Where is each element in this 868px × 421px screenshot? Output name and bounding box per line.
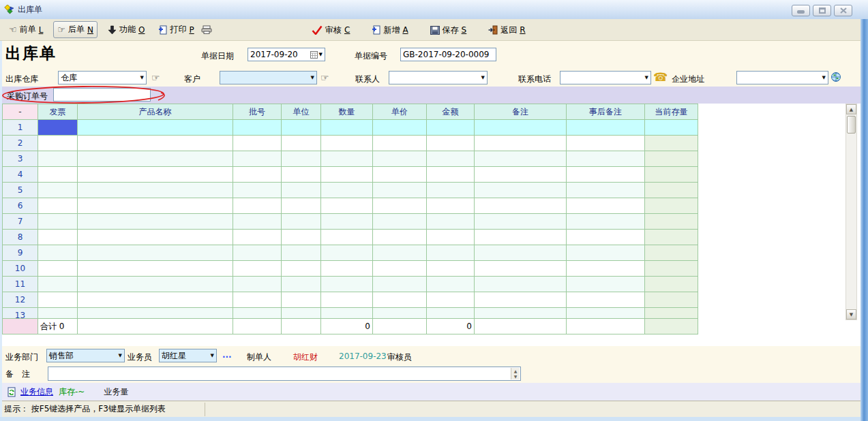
return-button[interactable]: 返回R — [485, 22, 528, 38]
grid-cell[interactable] — [645, 214, 698, 230]
grid-cell[interactable] — [38, 230, 78, 245]
grid-cell[interactable] — [233, 120, 282, 136]
grid-cell[interactable] — [38, 151, 78, 167]
grid-cell[interactable] — [373, 214, 427, 230]
grid-cell[interactable] — [233, 277, 282, 292]
grid-cell[interactable] — [475, 308, 567, 319]
grid-cell[interactable] — [567, 183, 645, 198]
grid-cell[interactable] — [321, 277, 373, 292]
grid-cell[interactable] — [373, 277, 427, 292]
minimize-button[interactable] — [792, 5, 810, 16]
grid-cell[interactable] — [233, 308, 282, 319]
grid-cell[interactable] — [78, 277, 233, 292]
grid-cell[interactable] — [321, 214, 373, 230]
grid-cell[interactable] — [427, 261, 475, 277]
grid-cell[interactable] — [38, 136, 78, 151]
grid-cell[interactable] — [233, 230, 282, 245]
grid-cell[interactable] — [475, 198, 567, 214]
grid-cell[interactable] — [373, 261, 427, 277]
next-doc-button[interactable]: ☞ 后单N — [53, 21, 98, 38]
row-number-cell[interactable]: 12 — [3, 292, 38, 308]
salesman-select[interactable]: 胡红星 ▼ — [159, 349, 217, 362]
grid-cell[interactable] — [427, 198, 475, 214]
grid-cell[interactable] — [78, 198, 233, 214]
grid-cell[interactable] — [78, 292, 233, 308]
row-number-cell[interactable]: 1 — [3, 120, 38, 136]
grid-cell[interactable] — [567, 167, 645, 183]
grid-cell[interactable] — [78, 136, 233, 151]
customer-select[interactable]: ▼ — [220, 71, 317, 84]
row-number-cell[interactable]: 6 — [3, 198, 38, 214]
prev-doc-button[interactable]: ☜ 前单L — [5, 22, 46, 37]
grid-scrollbar[interactable]: ▲ ▼ — [845, 104, 857, 320]
grid-cell[interactable] — [321, 308, 373, 319]
grid-cell[interactable] — [38, 292, 78, 308]
remark-spinner[interactable]: ▲ ▼ — [511, 368, 520, 379]
grid-cell[interactable] — [567, 292, 645, 308]
grid-cell[interactable] — [282, 245, 321, 261]
grid-cell[interactable] — [475, 277, 567, 292]
doc-date-input[interactable]: 2017-09-20 ▼ — [248, 48, 325, 61]
grid-cell[interactable] — [567, 136, 645, 151]
grid-cell[interactable] — [321, 292, 373, 308]
contact-select[interactable]: ▼ — [389, 71, 488, 84]
grid-cell[interactable] — [321, 198, 373, 214]
grid-cell[interactable] — [282, 292, 321, 308]
grid-cell[interactable] — [38, 167, 78, 183]
grid-cell[interactable] — [38, 245, 78, 261]
warehouse-select[interactable]: 仓库 ▼ — [58, 71, 147, 84]
grid-cell[interactable] — [427, 245, 475, 261]
grid-cell[interactable] — [645, 136, 698, 151]
grid-cell[interactable] — [475, 245, 567, 261]
grid-cell[interactable] — [475, 261, 567, 277]
grid-cell[interactable] — [321, 120, 373, 136]
grid-cell[interactable] — [475, 120, 567, 136]
grid-cell[interactable] — [645, 198, 698, 214]
maximize-button[interactable] — [813, 5, 831, 16]
row-number-cell[interactable]: 9 — [3, 245, 38, 261]
save-button[interactable]: 保存S — [427, 22, 470, 38]
grid-cell[interactable] — [567, 198, 645, 214]
grid-cell[interactable] — [282, 214, 321, 230]
grid-cell[interactable] — [373, 245, 427, 261]
print-button[interactable]: 打印P — [155, 22, 197, 37]
grid-cell[interactable] — [38, 214, 78, 230]
grid-cell[interactable] — [567, 245, 645, 261]
grid-cell[interactable] — [645, 183, 698, 198]
grid-cell[interactable] — [373, 230, 427, 245]
grid-cell[interactable] — [427, 183, 475, 198]
grid-cell[interactable] — [645, 151, 698, 167]
grid-cell[interactable] — [38, 183, 78, 198]
grid-cell[interactable] — [645, 277, 698, 292]
grid-cell[interactable] — [475, 167, 567, 183]
grid-cell[interactable] — [38, 277, 78, 292]
grid-cell[interactable] — [78, 245, 233, 261]
grid-cell[interactable] — [475, 151, 567, 167]
grid-cell[interactable] — [78, 151, 233, 167]
grid-cell[interactable] — [645, 167, 698, 183]
grid-cell[interactable] — [427, 151, 475, 167]
grid-cell[interactable] — [645, 245, 698, 261]
grid-cell[interactable] — [373, 136, 427, 151]
grid-cell[interactable] — [233, 136, 282, 151]
row-number-cell[interactable]: 8 — [3, 230, 38, 245]
stock-link[interactable]: 库存-~ — [59, 386, 85, 398]
grid-cell[interactable] — [282, 308, 321, 319]
grid-cell[interactable] — [475, 214, 567, 230]
doc-number-input[interactable]: GB-2017-09-20-0009 — [400, 48, 496, 61]
phone-select[interactable]: ▼ — [560, 71, 651, 84]
close-button[interactable] — [834, 5, 852, 16]
grid-cell[interactable] — [373, 151, 427, 167]
row-number-cell[interactable]: 2 — [3, 136, 38, 151]
grid-cell[interactable] — [373, 308, 427, 319]
grid-cell[interactable] — [321, 151, 373, 167]
row-number-cell[interactable]: 4 — [3, 167, 38, 183]
selected-cell[interactable] — [38, 120, 78, 136]
grid-cell[interactable] — [567, 308, 645, 319]
audit-button[interactable]: 审核C — [308, 22, 353, 38]
grid-cell[interactable] — [233, 183, 282, 198]
grid-cell[interactable] — [427, 292, 475, 308]
row-number-cell[interactable]: 5 — [3, 183, 38, 198]
scroll-down-button[interactable]: ▼ — [846, 309, 856, 319]
grid-cell[interactable] — [645, 230, 698, 245]
